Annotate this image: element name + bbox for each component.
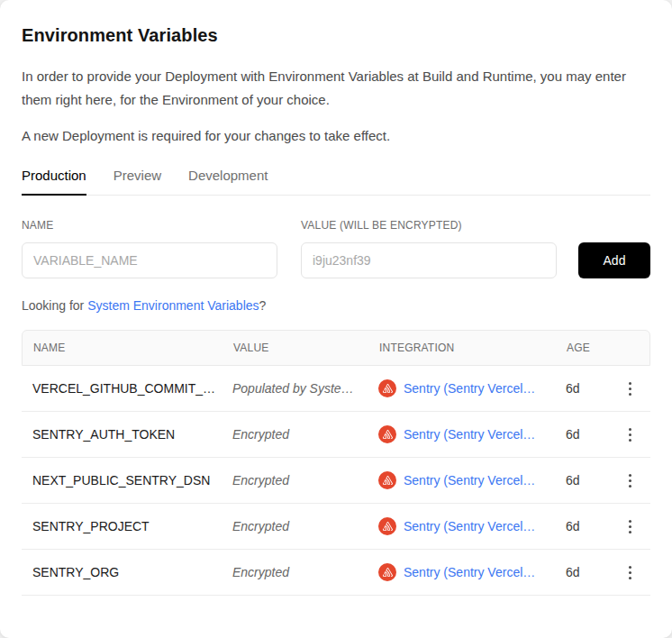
var-integration: Sentry (Sentry Vercel… [368,379,555,397]
var-value: Encrypted [222,473,368,488]
environment-tabs: Production Preview Development [22,168,650,196]
sentry-icon [378,471,396,489]
col-header-integration: INTEGRATION [368,342,556,354]
var-age: 6d [555,519,609,533]
sentry-icon [378,425,396,443]
var-value: Encrypted [222,427,368,442]
kebab-menu-icon[interactable] [623,377,637,401]
var-value: Encrypted [222,565,368,579]
env-vars-table: NAME VALUE INTEGRATION AGE VERCEL_GITHUB… [22,330,650,596]
var-age: 6d [555,565,609,579]
tab-production[interactable]: Production [22,168,86,195]
col-header-age: AGE [556,342,610,354]
var-integration: Sentry (Sentry Vercel… [368,563,555,581]
var-name: SENTRY_AUTH_TOKEN [22,427,222,442]
redeploy-note: A new Deployment is required for your ch… [22,124,627,148]
system-env-link[interactable]: System Environment Variables [87,298,259,313]
var-integration: Sentry (Sentry Vercel… [368,425,555,443]
var-name: NEXT_PUBLIC_SENTRY_DSN [22,473,222,488]
kebab-menu-icon[interactable] [623,515,637,539]
variable-name-input[interactable] [22,242,277,278]
var-name: SENTRY_PROJECT [22,519,222,533]
col-header-value: VALUE [222,342,368,354]
add-variable-form: NAME VALUE (WILL BE ENCRYPTED) Add [22,219,650,278]
var-integration: Sentry (Sentry Vercel… [368,517,555,535]
var-value: Populated by Syste… [222,381,368,396]
var-age: 6d [555,427,609,442]
integration-link[interactable]: Sentry (Sentry Vercel… [404,473,535,488]
var-value: Encrypted [222,519,368,533]
integration-link[interactable]: Sentry (Sentry Vercel… [404,427,535,442]
table-row: SENTRY_PROJECT Encrypted Sentry (Sentry … [22,504,650,550]
col-header-name: NAME [23,342,222,354]
page-description: In order to provide your Deployment with… [22,65,627,112]
var-integration: Sentry (Sentry Vercel… [368,471,555,489]
sentry-icon [378,517,396,535]
name-field-group: NAME [22,219,277,278]
variable-value-input[interactable] [301,242,557,278]
var-age: 6d [555,381,609,396]
integration-link[interactable]: Sentry (Sentry Vercel… [404,381,535,396]
table-row: VERCEL_GITHUB_COMMIT_… Populated by Syst… [22,366,650,412]
tab-development[interactable]: Development [188,168,268,195]
integration-link[interactable]: Sentry (Sentry Vercel… [404,519,535,533]
kebab-menu-icon[interactable] [623,469,637,493]
name-label: NAME [22,219,277,232]
page-title: Environment Variables [22,25,650,46]
table-row: SENTRY_AUTH_TOKEN Encrypted Sentry (Sent… [22,412,650,458]
table-header: NAME VALUE INTEGRATION AGE [22,330,650,366]
sentry-icon [378,379,396,397]
system-env-suffix: ? [259,298,267,313]
table-row: SENTRY_ORG Encrypted Sentry (Sentry Verc… [22,550,650,596]
table-row: NEXT_PUBLIC_SENTRY_DSN Encrypted Sentry … [22,458,650,504]
integration-link[interactable]: Sentry (Sentry Vercel… [404,565,535,579]
system-env-prefix: Looking for [22,298,87,313]
kebab-menu-icon[interactable] [623,561,637,585]
var-age: 6d [555,473,609,488]
kebab-menu-icon[interactable] [623,423,637,447]
environment-variables-panel: Environment Variables In order to provid… [0,0,672,638]
value-label: VALUE (WILL BE ENCRYPTED) [301,219,557,232]
add-button[interactable]: Add [578,242,650,278]
var-name: VERCEL_GITHUB_COMMIT_… [22,381,222,396]
var-name: SENTRY_ORG [22,565,222,579]
sentry-icon [378,563,396,581]
value-field-group: VALUE (WILL BE ENCRYPTED) [301,219,557,278]
system-env-line: Looking for System Environment Variables… [22,298,650,313]
tab-preview[interactable]: Preview [114,168,161,195]
